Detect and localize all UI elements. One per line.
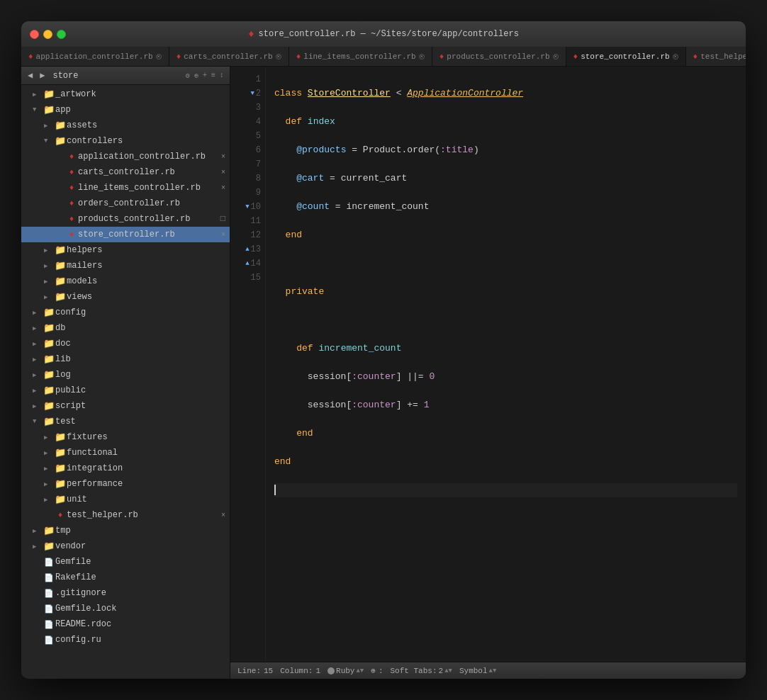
line-num-5: 5 — [230, 129, 265, 143]
ruby-icon: ♦ — [296, 52, 301, 61]
tree-label-gemfile-lock: Gemfile.lock — [55, 604, 230, 614]
line-num-15: 15 — [230, 271, 265, 285]
maximize-button[interactable] — [57, 30, 66, 39]
tree-label-public: public — [55, 385, 230, 395]
sidebar-back-button[interactable]: ◀ — [26, 69, 35, 81]
sidebar-action-add[interactable]: + — [201, 71, 208, 81]
sidebar-item-gemfile-lock[interactable]: 📄 Gemfile.lock — [21, 601, 230, 616]
sidebar-item-controllers[interactable]: ▼ 📁 controllers — [21, 133, 230, 149]
tab-carts-controller[interactable]: ♦ carts_controller.rb × — [169, 47, 289, 66]
sidebar-item-views[interactable]: ▶ 📁 views — [21, 289, 230, 305]
sidebar-item-functional[interactable]: ▶ 📁 functional — [21, 445, 230, 461]
tab-close-icon[interactable]: × — [673, 54, 678, 60]
sidebar-item-lib[interactable]: ▶ 📁 lib — [21, 351, 230, 367]
sidebar-item-assets[interactable]: ▶ 📁 assets — [21, 118, 230, 133]
file-icon: 📄 — [43, 558, 55, 567]
sidebar-item-rakefile[interactable]: 📄 Rakefile — [21, 570, 230, 585]
sidebar-item-gemfile[interactable]: 📄 Gemfile — [21, 554, 230, 570]
ruby-icon: ♦ — [573, 52, 578, 61]
tab-application-controller[interactable]: ♦ application_controller.rb × — [21, 47, 169, 66]
sidebar-item-application-controller[interactable]: ♦ application_controller.rb × — [21, 149, 230, 164]
folder-icon: 📁 — [54, 463, 67, 474]
tree-label-gemfile: Gemfile — [55, 557, 230, 567]
sidebar-item-integration[interactable]: ▶ 📁 integration — [21, 461, 230, 476]
sidebar-item-app[interactable]: ▼ 📁 app — [21, 102, 230, 118]
sidebar-item-helpers[interactable]: ▶ 📁 helpers — [21, 242, 230, 258]
sidebar-item-log[interactable]: ▶ 📁 log — [21, 367, 230, 383]
sidebar-project-name: store — [50, 71, 181, 81]
sidebar-action-sort[interactable]: ↕ — [218, 71, 225, 81]
tree-label-app: app — [55, 105, 230, 115]
status-symbol-label: Symbol — [459, 667, 488, 675]
code-container[interactable]: 1 ▼2 3 4 5 6 7 8 9 ▼10 11 12 ▲13 ▲14 15 — [230, 67, 746, 662]
status-tabs-num: 2 — [439, 667, 444, 675]
sidebar-item-products-controller[interactable]: ♦ products_controller.rb □ — [21, 211, 230, 227]
sidebar-item-mailers[interactable]: ▶ 📁 mailers — [21, 258, 230, 273]
ruby-file-icon: ♦ — [65, 168, 78, 176]
tree-arrow-artwork: ▶ — [33, 91, 43, 98]
tree-label-unit: unit — [67, 495, 230, 504]
tab-products-controller[interactable]: ♦ products_controller.rb × — [432, 47, 566, 66]
tab-close-icon[interactable]: × — [276, 54, 281, 60]
sidebar-item-vendor[interactable]: ▶ 📁 vendor — [21, 538, 230, 554]
sidebar-item-tmp[interactable]: ▶ 📁 tmp — [21, 523, 230, 538]
minimize-button[interactable] — [43, 30, 52, 39]
sidebar-item-test-helper[interactable]: ♦ test_helper.rb × — [21, 507, 230, 523]
tree-arrow-unit: ▶ — [44, 496, 54, 504]
tab-close-icon[interactable]: × — [156, 54, 162, 60]
status-tabs-dropdown[interactable]: Soft Tabs: 2 ▲▼ — [391, 667, 452, 675]
tree-label-products-ctrl: products_controller.rb — [78, 214, 220, 224]
tab-line-items-controller[interactable]: ♦ line_items_controller.rb × — [289, 47, 432, 66]
line-numbers: 1 ▼2 3 4 5 6 7 8 9 ▼10 11 12 ▲13 ▲14 15 — [230, 67, 266, 662]
ruby-file-icon: ♦ — [65, 184, 78, 192]
sidebar-item-config-ru[interactable]: 📄 config.ru — [21, 632, 230, 648]
ruby-icon: ♦ — [693, 52, 698, 61]
editor-area[interactable]: 1 ▼2 3 4 5 6 7 8 9 ▼10 11 12 ▲13 ▲14 15 — [230, 67, 746, 679]
tree-arrow-assets: ▶ — [44, 122, 54, 130]
folder-icon: 📁 — [54, 447, 67, 458]
sidebar-item-store-controller[interactable]: ♦ store_controller.rb × — [21, 227, 230, 242]
tab-store-controller[interactable]: ♦ store_controller.rb × — [566, 47, 686, 66]
tree-arrow-helpers: ▶ — [44, 247, 54, 254]
sidebar-action-search[interactable]: ⊕ — [193, 71, 200, 81]
sidebar-item-models[interactable]: ▶ 📁 models — [21, 273, 230, 289]
line-num-12: 12 — [230, 228, 265, 242]
sidebar-item-fixtures[interactable]: ▶ 📁 fixtures — [21, 429, 230, 445]
close-button[interactable] — [30, 30, 39, 39]
sidebar-item-config[interactable]: ▶ 📁 config — [21, 305, 230, 320]
sidebar-item-unit[interactable]: ▶ 📁 unit — [21, 492, 230, 507]
sidebar-item-line-items-controller[interactable]: ♦ line_items_controller.rb × — [21, 180, 230, 196]
sidebar-item-script[interactable]: ▶ 📁 script — [21, 398, 230, 414]
tree-arrow-app: ▼ — [33, 106, 43, 113]
tree-arrow-views: ▶ — [44, 293, 54, 301]
tree-arrow-db: ▶ — [33, 324, 43, 332]
sidebar-item-db[interactable]: ▶ 📁 db — [21, 320, 230, 336]
tree-label-lib: lib — [55, 354, 230, 364]
sidebar-item-doc[interactable]: ▶ 📁 doc — [21, 336, 230, 351]
sidebar-item-orders-controller[interactable]: ♦ orders_controller.rb — [21, 196, 230, 211]
tree-arrow-config: ▶ — [33, 309, 43, 317]
tab-test-helper[interactable]: ♦ test_helper.rb — [686, 47, 746, 66]
tree-label-fixtures: fixtures — [67, 432, 230, 442]
sidebar-item-readme[interactable]: 📄 README.rdoc — [21, 616, 230, 632]
main-area: ◀ ▶ store ⚙ ⊕ + ≡ ↕ ▶ 📁 _artwork — [21, 67, 746, 679]
sidebar-item-artwork[interactable]: ▶ 📁 _artwork — [21, 86, 230, 102]
tab-close-icon[interactable]: × — [419, 54, 425, 60]
folder-icon: 📁 — [54, 431, 67, 443]
sidebar-item-gitignore[interactable]: 📄 .gitignore — [21, 585, 230, 601]
sidebar-item-carts-controller[interactable]: ♦ carts_controller.rb × — [21, 164, 230, 180]
code-editor[interactable]: class StoreController < ApplicationContr… — [266, 67, 746, 662]
sidebar-action-list[interactable]: ≡ — [210, 71, 217, 81]
sidebar-item-public[interactable]: ▶ 📁 public — [21, 383, 230, 398]
status-symbol-dropdown[interactable]: Symbol ▲▼ — [459, 667, 496, 675]
code-line-14: end — [274, 455, 737, 469]
sidebar-item-test[interactable]: ▼ 📁 test — [21, 414, 230, 429]
sidebar-forward-button[interactable]: ▶ — [38, 69, 47, 81]
status-syntax-dropdown[interactable]: Ruby ▲▼ — [327, 667, 364, 675]
code-line-12: session[:counter] += 1 — [274, 398, 737, 412]
sidebar-item-performance[interactable]: ▶ 📁 performance — [21, 476, 230, 492]
sidebar-action-gear[interactable]: ⚙ — [184, 71, 191, 81]
tree-label-integration: integration — [67, 463, 230, 473]
tab-close-icon[interactable]: × — [553, 54, 559, 60]
tree-arrow-integration: ▶ — [44, 465, 54, 473]
